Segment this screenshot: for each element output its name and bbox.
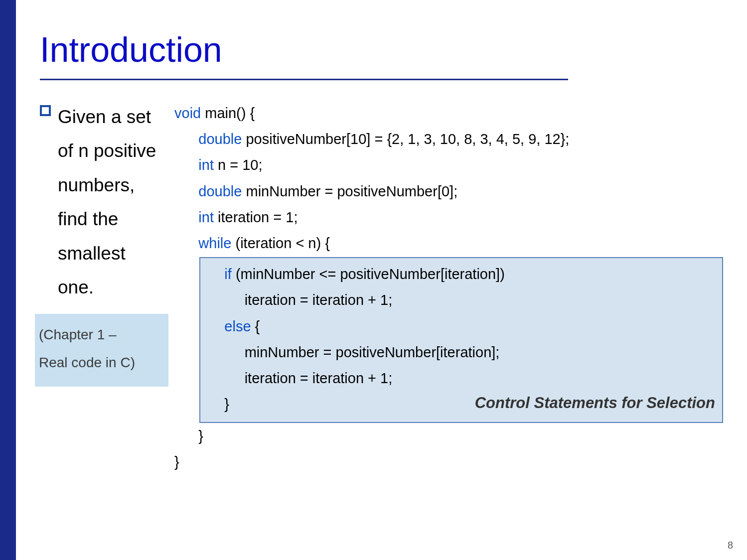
code-keyword: double — [198, 183, 242, 199]
chapter-note-line1: (Chapter 1 – — [39, 321, 164, 349]
code-keyword: if — [224, 266, 232, 282]
code-line: void main() { — [174, 100, 723, 126]
code-keyword: else — [224, 318, 251, 334]
slide-left-accent-bar — [0, 0, 16, 560]
code-line: iteration = iteration + 1; — [200, 287, 716, 313]
code-keyword: while — [198, 235, 231, 251]
chapter-note-box: (Chapter 1 – Real code in C) — [35, 314, 168, 387]
code-block: void main() { double positiveNumber[10] … — [174, 100, 723, 475]
code-line: minNumber = positiveNumber[iteration]; — [200, 339, 716, 365]
code-line: int iteration = 1; — [174, 204, 723, 230]
code-keyword: double — [198, 131, 242, 147]
square-bullet-icon — [40, 105, 51, 116]
code-text: iteration = iteration + 1; — [245, 370, 393, 386]
code-text: minNumber = positiveNumber[iteration]; — [245, 344, 500, 360]
code-text: } — [224, 396, 229, 412]
code-line: while (iteration < n) { — [174, 230, 723, 256]
code-line: } — [174, 449, 723, 475]
code-line: } — [174, 423, 723, 449]
code-text: n = 10; — [214, 157, 263, 173]
left-column: Given a set of n positive numbers, find … — [40, 100, 164, 475]
highlight-box: if (minNumber <= positiveNumber[iteratio… — [199, 257, 723, 423]
code-line: else { — [200, 313, 716, 339]
code-text: } — [174, 454, 179, 470]
code-line: double minNumber = positiveNumber[0]; — [174, 178, 723, 204]
code-line: iteration = iteration + 1; — [200, 365, 716, 391]
page-number: 8 — [728, 540, 733, 551]
title-underline — [40, 79, 568, 80]
code-text: (iteration < n) { — [231, 235, 329, 251]
code-line: if (minNumber <= positiveNumber[iteratio… — [200, 261, 716, 287]
code-line: double positiveNumber[10] = {2, 1, 3, 10… — [174, 126, 723, 152]
code-text: iteration = iteration + 1; — [245, 292, 393, 308]
callout-label: Control Statements for Selection — [475, 389, 715, 417]
content-row: Given a set of n positive numbers, find … — [40, 100, 723, 475]
bullet-text: Given a set of n positive numbers, find … — [58, 100, 164, 305]
slide-body: Introduction Given a set of n positive n… — [16, 0, 747, 560]
code-line: int n = 10; — [174, 152, 723, 178]
code-text: positiveNumber[10] = {2, 1, 3, 10, 8, 3,… — [242, 131, 569, 147]
slide-title: Introduction — [40, 30, 723, 70]
code-text: main() { — [201, 105, 255, 121]
code-keyword: int — [198, 209, 214, 225]
code-text: iteration = 1; — [214, 209, 298, 225]
bullet-item: Given a set of n positive numbers, find … — [40, 100, 164, 305]
code-keyword: int — [198, 157, 214, 173]
code-text: (minNumber <= positiveNumber[iteration]) — [232, 266, 505, 282]
code-keyword: void — [174, 105, 201, 121]
code-text: minNumber = positiveNumber[0]; — [242, 183, 457, 199]
chapter-note-line2: Real code in C) — [39, 349, 164, 377]
code-text: { — [251, 318, 260, 334]
code-text: } — [198, 428, 203, 444]
